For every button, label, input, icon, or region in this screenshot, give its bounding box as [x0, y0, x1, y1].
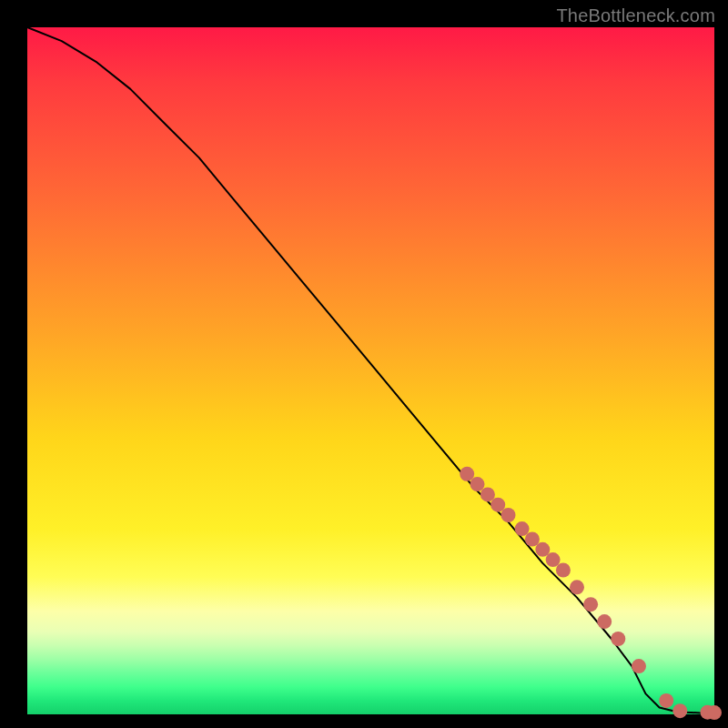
marker-dot — [707, 705, 722, 720]
bottleneck-curve-line — [27, 27, 714, 713]
marker-dot — [501, 508, 516, 522]
attribution-label: TheBottleneck.com — [556, 5, 715, 26]
chart-stage: TheBottleneck.com — [0, 0, 728, 728]
marker-dot — [480, 487, 495, 501]
marker-dot — [460, 467, 474, 481]
marker-dot — [672, 703, 687, 718]
marker-dot — [556, 563, 571, 578]
marker-dots-group — [460, 467, 722, 720]
marker-dot — [570, 580, 584, 594]
marker-dot — [515, 521, 530, 536]
plot-area — [27, 27, 714, 714]
chart-svg — [27, 27, 714, 714]
marker-dot — [659, 693, 673, 708]
marker-dot — [632, 659, 646, 673]
marker-dot — [535, 542, 550, 557]
marker-dot — [583, 597, 598, 612]
marker-dot — [470, 477, 485, 491]
marker-dot — [525, 532, 540, 547]
marker-dot — [597, 614, 612, 629]
marker-dot — [546, 552, 561, 567]
series-group — [27, 27, 722, 720]
marker-dot — [611, 632, 625, 646]
marker-dot — [490, 498, 505, 512]
